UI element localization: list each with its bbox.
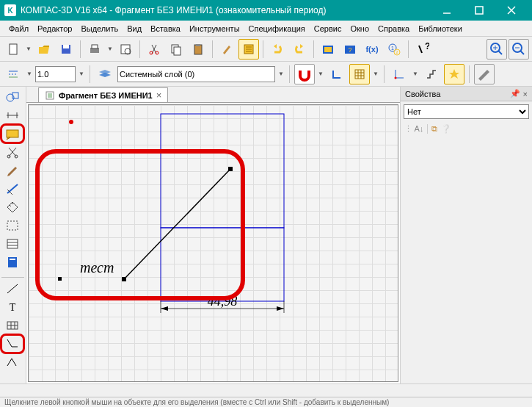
layer-select[interactable] xyxy=(117,66,275,82)
zoom-in-button[interactable] xyxy=(487,39,507,60)
close-button[interactable] xyxy=(495,0,528,21)
work-area: T x Фрагмент БЕЗ ИМЕНИ1 × xyxy=(0,87,532,383)
cut-button[interactable] xyxy=(144,39,164,60)
annotation-tool[interactable] xyxy=(1,125,23,143)
measure-tool[interactable] xyxy=(1,198,23,216)
properties-select[interactable]: Нет xyxy=(404,104,529,119)
star-button[interactable] xyxy=(444,64,464,84)
pen-button[interactable] xyxy=(474,64,495,84)
svg-rect-22 xyxy=(324,47,332,52)
new-dropdown[interactable]: ▼ xyxy=(25,39,32,60)
svg-line-80 xyxy=(124,169,230,279)
brush-button[interactable] xyxy=(216,39,237,60)
layer-dropdown[interactable]: ▼ xyxy=(277,64,285,84)
undo-button[interactable] xyxy=(267,39,288,60)
param-tool[interactable] xyxy=(1,180,23,198)
menu-libs[interactable]: Библиотеки xyxy=(414,23,467,35)
zoom-out-button[interactable] xyxy=(509,39,529,60)
pin-icon[interactable]: 📌 xyxy=(510,89,520,98)
cut2-tool[interactable] xyxy=(1,143,23,161)
menu-file[interactable]: Файл xyxy=(4,23,33,35)
report-tool[interactable] xyxy=(1,253,23,271)
save-button[interactable] xyxy=(56,39,76,60)
table-tool[interactable] xyxy=(1,317,23,334)
grid-dd[interactable]: ▼ xyxy=(372,64,379,84)
snap-toggle[interactable] xyxy=(294,64,315,84)
svg-line-69 xyxy=(7,284,18,293)
style-button[interactable] xyxy=(3,64,23,84)
svg-rect-54 xyxy=(7,130,18,137)
svg-text:?: ? xyxy=(348,46,351,54)
menu-window[interactable]: Окно xyxy=(346,23,374,35)
svg-rect-83 xyxy=(58,277,62,281)
copy-button[interactable] xyxy=(166,39,186,60)
tab-close[interactable]: × xyxy=(156,90,162,101)
svg-rect-78 xyxy=(161,114,284,228)
leader-tool[interactable]: x xyxy=(1,335,23,353)
svg-point-84 xyxy=(69,120,73,124)
lib1-button[interactable] xyxy=(318,39,338,60)
menu-tools[interactable]: Инструменты xyxy=(185,23,244,35)
sort-icon[interactable]: ⋮ A↓ xyxy=(404,124,428,134)
group-icon[interactable]: ⧉ xyxy=(431,124,437,134)
rough-tool[interactable] xyxy=(1,353,23,371)
dimension-tool[interactable] xyxy=(1,107,23,124)
layers-button[interactable] xyxy=(95,64,115,84)
help-button[interactable]: ? xyxy=(412,39,433,60)
open-button[interactable] xyxy=(34,39,54,60)
svg-rect-77 xyxy=(48,93,52,98)
svg-line-61 xyxy=(10,205,11,206)
svg-line-59 xyxy=(7,184,18,193)
print-dropdown[interactable]: ▼ xyxy=(106,39,114,60)
minimize-button[interactable] xyxy=(431,0,463,21)
svg-rect-63 xyxy=(7,221,18,230)
edit-tool[interactable] xyxy=(1,162,23,179)
print-button[interactable] xyxy=(84,39,105,60)
menu-service[interactable]: Сервис xyxy=(310,23,346,35)
svg-rect-79 xyxy=(161,228,284,301)
fx-button[interactable]: f(x) xyxy=(362,39,382,60)
scale-input[interactable] xyxy=(35,66,76,82)
preview-button[interactable] xyxy=(115,39,136,60)
lib2-button[interactable]: ? xyxy=(340,39,360,60)
menu-spec[interactable]: Спецификация xyxy=(244,23,310,35)
svg-rect-16 xyxy=(196,44,200,46)
grid-button[interactable] xyxy=(349,64,370,84)
panel-close[interactable]: × xyxy=(523,90,528,98)
line-tool[interactable] xyxy=(1,280,23,298)
snap-dd[interactable]: ▼ xyxy=(317,64,324,84)
properties-title: Свойства xyxy=(405,90,440,98)
ortho-button[interactable] xyxy=(327,64,347,84)
menu-edit[interactable]: Редактор xyxy=(33,23,76,35)
style-dropdown[interactable]: ▼ xyxy=(26,64,33,84)
help-icon[interactable]: ❔ xyxy=(441,124,451,134)
svg-line-36 xyxy=(520,51,524,54)
tab-label: Фрагмент БЕЗ ИМЕНИ1 xyxy=(59,91,153,100)
menu-view[interactable]: Вид xyxy=(123,23,146,35)
menu-select[interactable]: Выделить xyxy=(76,23,123,35)
coord-dd[interactable]: ▼ xyxy=(412,64,419,84)
drawing-canvas[interactable]: 44,98 тест xyxy=(28,104,398,382)
main-toolbar: ▼ ▼ ? f(x) 12 ? xyxy=(0,37,532,62)
secondary-toolbar: ▼ ▼ ▼ ▼ ▼ ▼ xyxy=(0,62,532,87)
text-tool[interactable]: T xyxy=(1,298,23,316)
scale-dropdown[interactable]: ▼ xyxy=(78,64,85,84)
select-tool[interactable] xyxy=(1,217,23,234)
maximize-button[interactable] xyxy=(463,0,495,21)
svg-text:?: ? xyxy=(425,43,429,51)
coord-button[interactable] xyxy=(389,64,409,84)
step-button[interactable] xyxy=(421,64,442,84)
document-tab[interactable]: Фрагмент БЕЗ ИМЕНИ1 × xyxy=(38,87,168,102)
menu-insert[interactable]: Вставка xyxy=(146,23,185,35)
new-button[interactable] xyxy=(3,39,23,60)
svg-rect-82 xyxy=(228,167,233,171)
vars-button[interactable]: 12 xyxy=(384,39,404,60)
properties-button[interactable] xyxy=(238,39,259,60)
redo-button[interactable] xyxy=(289,39,310,60)
geometry-tool[interactable] xyxy=(1,88,23,106)
properties-header: Свойства 📌 × xyxy=(401,87,532,101)
spec-tool[interactable] xyxy=(1,235,23,253)
svg-rect-8 xyxy=(92,45,98,48)
menu-help[interactable]: Справка xyxy=(374,23,414,35)
paste-button[interactable] xyxy=(188,39,208,60)
